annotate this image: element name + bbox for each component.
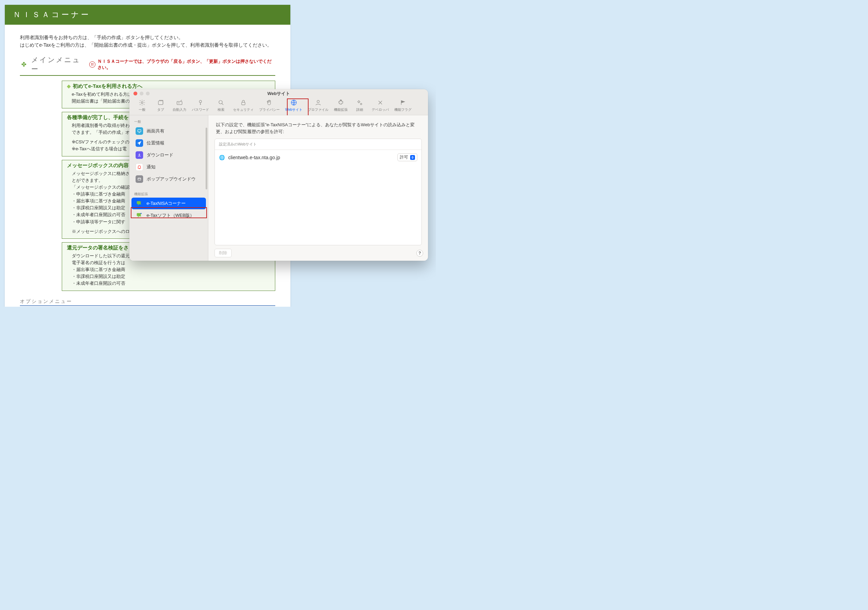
bell-icon [136, 163, 143, 171]
svg-rect-1 [158, 101, 163, 105]
tab-advanced[interactable]: 詳細 [350, 98, 369, 113]
tab-search[interactable]: 検索 [212, 98, 230, 113]
sidebar-section-extensions: 機能拡張 [129, 191, 208, 197]
sidebar-item-popup[interactable]: ポップアップウインドウ [132, 173, 206, 185]
configured-sites-box: 設定済みのWebサイト 🌐 clientweb.e-tax.nta.go.jp … [214, 139, 422, 245]
extension-description: 以下の設定で、機能拡張"e-TaxNISAコーナー"による、あなたが閲覧するWe… [208, 115, 428, 139]
svg-rect-12 [138, 178, 141, 180]
tab-autofill[interactable]: 自動入力 [170, 98, 189, 113]
svg-rect-11 [138, 130, 141, 132]
tab-featureflags[interactable]: 機能フラグ [392, 98, 414, 113]
location-icon [136, 139, 143, 147]
tab-extensions[interactable]: 機能拡張 [331, 98, 350, 113]
permission-select[interactable]: 許可 [397, 153, 417, 161]
tab-websites[interactable]: Webサイト [282, 98, 305, 113]
safari-preferences-window: Webサイト 一般 タブ 自動入力 パスワード 検索 セキュリティ [129, 89, 428, 261]
tab-tabs[interactable]: タブ [151, 98, 170, 113]
etax-icon [136, 212, 143, 219]
site-domain: clientweb.e-tax.nta.go.jp [228, 155, 280, 160]
puzzle-icon [337, 99, 345, 106]
sidebar: 一般 画面共有 位置情報 ダウンロード 通知 ポップアップウインドウ 機能 [129, 115, 208, 261]
svg-point-0 [141, 102, 143, 103]
svg-point-4 [219, 101, 222, 104]
svg-rect-15 [137, 213, 141, 216]
main-menu-title: メインメニュー [31, 55, 86, 74]
tab-general[interactable]: 一般 [133, 98, 151, 113]
clover-icon: ✤ [20, 61, 28, 68]
sidebar-item-notifications[interactable]: 通知 [132, 161, 206, 173]
gears-icon [356, 99, 363, 106]
sidebar-item-downloads[interactable]: ダウンロード [132, 149, 206, 161]
tab-profiles[interactable]: プロファイル [305, 98, 331, 113]
lock-icon [240, 99, 247, 106]
chevron-up-down-icon [410, 155, 415, 160]
tools-icon [377, 99, 384, 106]
globe-icon [290, 99, 298, 106]
delete-button[interactable]: 削除 [214, 249, 232, 257]
svg-point-9 [358, 101, 360, 102]
profile-icon [315, 99, 322, 106]
screen-icon [136, 127, 143, 135]
gear-icon [138, 99, 146, 106]
zoom-icon[interactable] [146, 91, 150, 95]
tab-passwords[interactable]: パスワード [189, 98, 212, 113]
svg-point-3 [199, 100, 202, 102]
window-title: Webサイト [129, 89, 428, 98]
tab-developer[interactable]: デベロッパ [369, 98, 392, 113]
popup-icon [136, 175, 143, 183]
help-button[interactable]: ? [416, 250, 423, 257]
sidebar-item-screenshare[interactable]: 画面共有 [132, 125, 206, 137]
flag-icon [399, 99, 407, 106]
browser-warning: !! ＮＩＳＡコーナーでは、ブラウザの「戻る」ボタン、「更新」ボタンは押さないで… [89, 58, 275, 71]
page-title: ＮＩＳＡコーナー [5, 5, 290, 25]
warning-icon: !! [89, 61, 95, 68]
sidebar-item-location[interactable]: 位置情報 [132, 137, 206, 149]
content-pane: 以下の設定で、機能拡張"e-TaxNISAコーナー"による、あなたが閲覧するWe… [208, 115, 428, 261]
sidebar-section-general: 一般 [129, 119, 208, 125]
svg-point-7 [317, 100, 319, 102]
svg-rect-13 [137, 201, 141, 204]
download-icon [136, 151, 143, 159]
site-row[interactable]: 🌐 clientweb.e-tax.nta.go.jp 許可 [215, 150, 422, 165]
configured-sites-header: 設定済みのWebサイト [215, 139, 422, 150]
close-icon[interactable] [133, 91, 137, 95]
tabs-icon [157, 99, 164, 106]
option-menu-title: オプションメニュー [20, 299, 275, 306]
hand-icon [266, 99, 273, 106]
tab-privacy[interactable]: プライバシー [256, 98, 282, 113]
svg-point-14 [140, 201, 141, 202]
intro-text: 利用者識別番号をお持ちの方は、「手続の作成」ボタンを押してください。 はじめてe… [20, 34, 275, 49]
sidebar-scrollbar[interactable] [206, 128, 207, 189]
search-icon [217, 99, 225, 106]
shield-icon: ◆ [67, 84, 71, 89]
sidebar-item-etax-nisa[interactable]: e-TaxNISAコーナー [132, 198, 206, 209]
etax-icon [136, 200, 143, 207]
option-body: ・ご利用環境のチェックを行う方はこちら [20, 306, 275, 307]
prefs-toolbar: 一般 タブ 自動入力 パスワード 検索 セキュリティ プライバシー Webサイ [129, 98, 428, 115]
svg-point-10 [360, 103, 362, 105]
svg-rect-5 [242, 102, 245, 105]
svg-point-16 [140, 213, 141, 214]
key-icon [197, 99, 204, 106]
minimize-icon[interactable] [140, 91, 143, 95]
globe-mini-icon: 🌐 [219, 155, 225, 160]
sidebar-item-etax-web[interactable]: e-Taxソフト（WEB版） [132, 210, 206, 221]
autofill-icon [176, 99, 183, 106]
tab-security[interactable]: セキュリティ [230, 98, 256, 113]
